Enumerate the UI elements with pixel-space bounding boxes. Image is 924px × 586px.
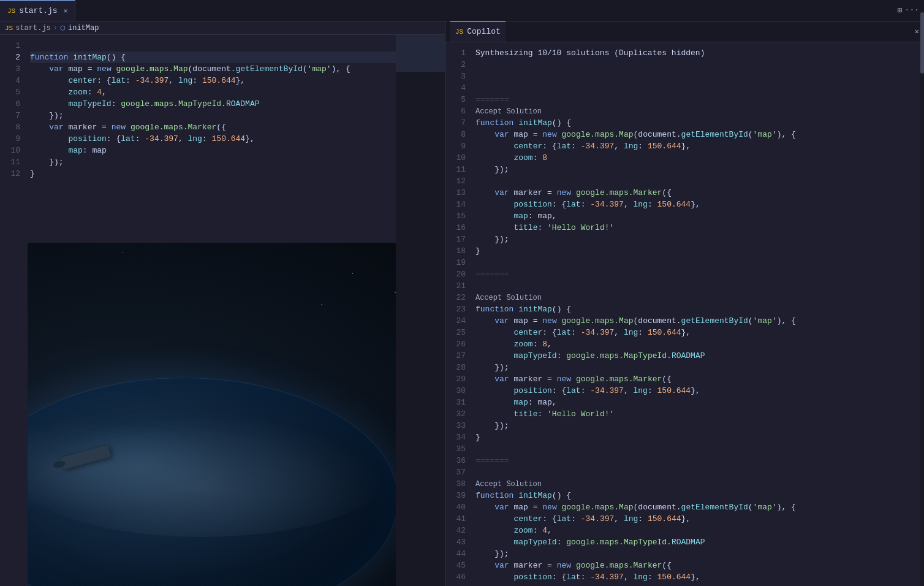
cp-ln-22: 22 (445, 292, 473, 303)
line-num-8: 8 (0, 121, 28, 133)
code-line-9: position: {lat: -34.397, lng: 150.644}, (30, 133, 396, 145)
tab-close-button[interactable]: ✕ (64, 7, 68, 15)
split-editor-icon[interactable]: ⊞ (898, 6, 903, 15)
kw-var-1: var (49, 64, 63, 74)
cp-separator-1: ======= (475, 94, 924, 105)
breadcrumb-file[interactable]: start.js (15, 24, 51, 32)
cp-ln-15: 15 (445, 210, 473, 222)
minimap-thumb (396, 35, 445, 72)
cp-sol2-line2: var map = new google.maps.Map(document.g… (475, 315, 924, 327)
cp-sol3-line4: zoom: 4, (475, 525, 924, 536)
cp-ln-30: 30 (445, 385, 473, 397)
code-editor[interactable]: 1 2 3 4 5 6 7 8 9 10 11 12 function init… (0, 35, 445, 586)
cp-sol1-line7: var marker = new google.maps.Marker({ (475, 187, 924, 199)
cp-ln-7: 7 (445, 117, 473, 129)
cp-line-34 (475, 466, 924, 478)
cp-sol3-line7: var marker = new google.maps.Marker({ (475, 560, 924, 571)
cp-ln-32: 32 (445, 408, 473, 420)
cp-ln-43: 43 (445, 536, 473, 548)
cp-sol2-line12: } (475, 432, 924, 443)
code-line-4: center: {lat: -34.397, lng: 150.644}, (30, 75, 396, 86)
cp-ln-45: 45 (445, 560, 473, 571)
cp-sol2-line11: }); (475, 420, 924, 432)
cp-sol2-line3: center: {lat: -34.397, lng: 150.644}, (475, 327, 924, 338)
cp-sol3-line2: var map = new google.maps.Map(document.g… (475, 501, 924, 513)
accept-solution-1-button[interactable]: Accept Solution (475, 107, 542, 116)
copilot-tab-icon: JS (455, 28, 463, 36)
line-num-6: 6 (0, 98, 28, 110)
code-content[interactable]: function initMap() { var map = new googl… (28, 35, 396, 586)
cp-ln-36: 36 (445, 455, 473, 466)
breadcrumb-icon-fn: ⬡ (60, 25, 66, 32)
copilot-tab[interactable]: JS Copilot (450, 21, 506, 42)
cp-separator-2: ======= (475, 268, 924, 280)
tab-bar: JS start.js ✕ ⊞ ··· (0, 0, 924, 21)
more-actions-icon[interactable]: ··· (905, 6, 919, 15)
cp-sol3-line6: }); (475, 548, 924, 560)
cp-sol1-line12: } (475, 245, 924, 257)
cp-line-3 (475, 70, 924, 82)
cp-sol2-line7: var marker = new google.maps.Marker({ (475, 373, 924, 385)
cp-sol1-line10: title: 'Hello World!' (475, 222, 924, 234)
cp-ln-16: 16 (445, 222, 473, 234)
accept-solution-2-button[interactable]: Accept Solution (475, 294, 542, 302)
cp-ln-31: 31 (445, 397, 473, 408)
copilot-tab-bar: JS Copilot ✕ (445, 21, 924, 42)
cp-ln-3: 3 (445, 70, 473, 82)
copilot-line-numbers: 1 2 3 4 5 6 7 8 9 10 11 12 13 14 15 16 1… (445, 42, 473, 586)
sep-text-3: ======= (475, 456, 509, 465)
copilot-scrollbar[interactable] (920, 42, 924, 586)
cp-ln-44: 44 (445, 548, 473, 560)
cp-sol3-line1: function initMap() { (475, 490, 924, 501)
cp-ln-41: 41 (445, 513, 473, 525)
cp-ln-18: 18 (445, 245, 473, 257)
breadcrumb-separator: › (53, 24, 58, 32)
accept-solution-3-button[interactable]: Accept Solution (475, 480, 542, 489)
cp-line-17 (475, 257, 924, 268)
cp-sol2-line8: position: {lat: -34.397, lng: 150.644}, (475, 385, 924, 397)
cp-ln-8: 8 (445, 129, 473, 140)
cp-ln-28: 28 (445, 362, 473, 373)
line-num-7: 7 (0, 110, 28, 121)
tab-start-js[interactable]: JS start.js ✕ (0, 0, 75, 21)
js-file-icon: JS (7, 7, 15, 15)
cp-sol2-line10: title: 'Hello World!' (475, 408, 924, 420)
code-line-11: }); (30, 156, 396, 168)
cp-ln-23: 23 (445, 303, 473, 315)
sep-text-1: ======= (475, 95, 509, 104)
cp-sol3-line5: mapTypeId: google.maps.MapTypeId.ROADMAP (475, 536, 924, 548)
copilot-close-button[interactable]: ✕ (915, 27, 919, 36)
cp-ln-37: 37 (445, 466, 473, 478)
cp-line-19 (475, 280, 924, 292)
cp-ln-46: 46 (445, 571, 473, 583)
breadcrumb-function[interactable]: initMap (68, 24, 99, 32)
cp-accept-2-line: Accept Solution (475, 292, 924, 303)
copilot-scrollbar-thumb[interactable] (920, 42, 924, 74)
cp-separator-3: ======= (475, 455, 924, 466)
cp-line-4 (475, 82, 924, 94)
copilot-code-area[interactable]: 1 2 3 4 5 6 7 8 9 10 11 12 13 14 15 16 1… (445, 42, 924, 586)
cp-ln-29: 29 (445, 373, 473, 385)
cp-ln-38: 38 (445, 478, 473, 490)
main-content: JS start.js › ⬡ initMap (0, 21, 924, 586)
cp-ln-2: 2 (445, 59, 473, 70)
cp-sol1-line4: zoom: 8 (475, 152, 924, 164)
cp-ln-5: 5 (445, 94, 473, 105)
sep-text-2: ======= (475, 270, 509, 279)
code-line-3: var map = new google.maps.Map(document.g… (30, 63, 396, 75)
cp-sol2-line9: map: map, (475, 397, 924, 408)
cp-ln-12: 12 (445, 175, 473, 187)
cp-ln-17: 17 (445, 234, 473, 245)
cp-ln-42: 42 (445, 525, 473, 536)
cp-sol1-line1: function initMap() { (475, 117, 924, 129)
cp-ln-20: 20 (445, 268, 473, 280)
line-num-11: 11 (0, 156, 28, 168)
keyword-function: function (30, 53, 68, 62)
cp-sol2-line4: zoom: 8, (475, 338, 924, 350)
js-breadcrumb-icon: JS (5, 25, 13, 32)
line-num-4: 4 (0, 75, 28, 86)
cp-ln-11: 11 (445, 164, 473, 175)
cp-sol1-line2: var map = new google.maps.Map(document.g… (475, 129, 924, 140)
line-num-5: 5 (0, 86, 28, 98)
breadcrumb: JS start.js › ⬡ initMap (0, 21, 445, 35)
